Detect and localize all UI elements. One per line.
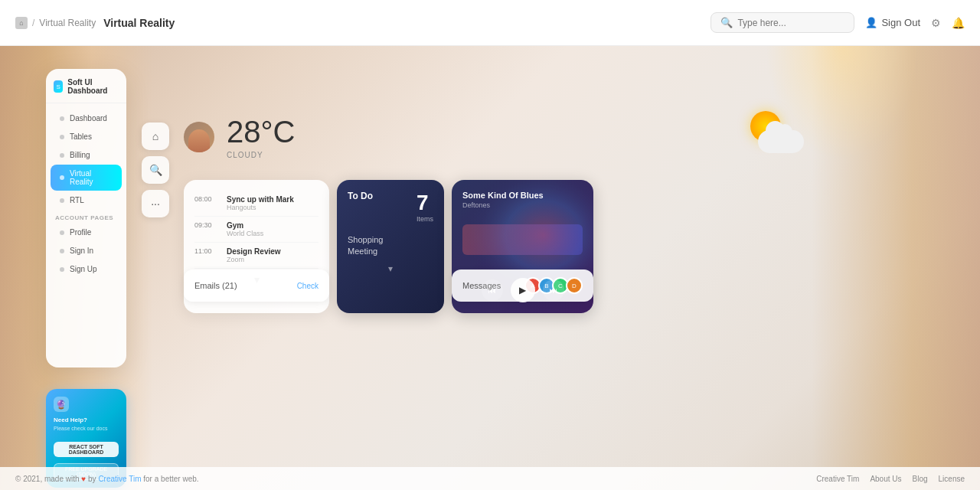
main-area: S Soft UI Dashboard Dashboard Tables Bil…: [0, 46, 980, 490]
todo-item-meeting: Meeting: [348, 247, 433, 256]
avatar: [184, 122, 214, 152]
nav-dot: [60, 175, 64, 180]
sidebar-nav-item-tables[interactable]: Tables: [51, 128, 122, 145]
footer-by: by: [88, 475, 96, 483]
sidebar-nav-item-virtual-reality[interactable]: Virtual Reality: [51, 165, 122, 191]
sidebar-logo: S Soft UI Dashboard: [46, 78, 126, 103]
nav-dot: [60, 116, 64, 121]
schedule-subtitle: Zoom: [227, 256, 281, 263]
promo-icon: 🔮: [54, 397, 69, 412]
nav-dot: [60, 230, 64, 235]
gear-icon[interactable]: ⚙: [931, 17, 941, 29]
sidebar-item-label: Sign Up: [70, 265, 97, 273]
footer-copyright: © 2021, made with ♥ by Creative Tim for …: [15, 475, 199, 483]
schedule-item-2: 09:30 Gym World Class: [194, 217, 318, 243]
footer-suffix: for a better web.: [143, 475, 198, 483]
promo-subtitle: Please check our docs: [54, 425, 119, 432]
weather-description: CLOUDY: [227, 151, 295, 159]
sidebar-item-label: Sign In: [70, 247, 93, 255]
footer-link-blog[interactable]: Blog: [913, 475, 928, 483]
nav-dot: [60, 249, 64, 253]
search-box[interactable]: 🔍: [710, 12, 854, 33]
more-action-button[interactable]: ···: [142, 190, 169, 217]
search-icon: 🔍: [720, 17, 733, 28]
weather-temperature: 28°C: [227, 115, 295, 149]
todo-items: Shopping Meeting: [348, 235, 433, 256]
cloud-icon: [758, 130, 804, 153]
schedule-info: Design Review Zoom: [227, 247, 281, 263]
todo-item-shopping: Shopping: [348, 235, 433, 244]
footer-copyright-text: © 2021, made with: [15, 475, 80, 483]
sidebar-item-label: RTL: [70, 196, 84, 204]
schedule-time: 09:30: [194, 221, 219, 229]
nav-dot: [60, 135, 64, 139]
navbar-right: 🔍 👤 Sign Out ⚙ 🔔: [710, 12, 965, 33]
sidebar-item-label: Dashboard: [70, 114, 107, 122]
music-card-content: Some Kind Of Blues Deftones ⏮ ▶ ⏭: [462, 191, 583, 302]
schedule-title: Sync up with Mark: [227, 195, 294, 204]
schedule-subtitle: Hangouts: [227, 204, 294, 211]
schedule-time: 08:00: [194, 195, 219, 203]
footer: © 2021, made with ♥ by Creative Tim for …: [0, 467, 980, 490]
music-controls: ⏮ ▶ ⏭: [462, 278, 583, 302]
footer-link-about-us[interactable]: About Us: [870, 475, 901, 483]
heart-icon: ♥: [81, 475, 88, 483]
footer-links: Creative Tim About Us Blog License: [816, 475, 965, 483]
sign-out-button[interactable]: 👤 Sign Out: [865, 17, 920, 28]
weather-icon-area: [743, 107, 804, 153]
quick-actions: ⌂ 🔍 ···: [142, 122, 169, 217]
nav-dot: [60, 198, 64, 203]
music-card: Some Kind Of Blues Deftones ⏮ ▶ ⏭: [452, 180, 593, 313]
footer-link-creative-tim[interactable]: Creative Tim: [816, 475, 859, 483]
music-prev-button[interactable]: ⏮: [482, 279, 503, 301]
sidebar-nav-item-dashboard[interactable]: Dashboard: [51, 109, 122, 127]
footer-author[interactable]: Creative Tim: [98, 475, 141, 483]
music-play-button[interactable]: ▶: [511, 278, 535, 302]
avatar-figure: [188, 129, 210, 152]
promo-btn-1[interactable]: REACT SOFT DASHBOARD: [54, 442, 119, 457]
sidebar-item-label: Profile: [70, 228, 91, 237]
logo-text: Soft UI Dashboard: [67, 78, 119, 95]
logo-icon: S: [54, 80, 63, 93]
search-action-button[interactable]: 🔍: [142, 156, 169, 184]
sidebar-account-item-profile[interactable]: Profile: [51, 224, 122, 241]
breadcrumb-text: Virtual Reality: [39, 18, 96, 28]
music-artist: Deftones: [462, 201, 583, 209]
sign-out-label: Sign Out: [881, 17, 920, 28]
breadcrumb-separator: /: [32, 18, 34, 28]
schedule-info: Sync up with Mark Hangouts: [227, 195, 294, 211]
todo-count-label: Items: [416, 215, 433, 223]
account-section-label: ACCOUNT PAGES: [46, 210, 126, 223]
sidebar-nav-item-billing[interactable]: Billing: [51, 146, 122, 164]
sidebar-account-item-signup[interactable]: Sign Up: [51, 260, 122, 278]
home-icon: ⌂: [15, 17, 28, 29]
page-title: Virtual Reality: [103, 17, 175, 29]
schedule-info: Gym World Class: [227, 221, 263, 237]
search-input[interactable]: [737, 18, 844, 28]
schedule-item-3: 11:00 Design Review Zoom: [194, 243, 318, 269]
schedule-title: Gym: [227, 221, 263, 230]
navbar-left: ⌂ / Virtual Reality Virtual Reality: [15, 16, 710, 29]
weather-info: 28°C CLOUDY: [227, 115, 295, 159]
music-next-button[interactable]: ⏭: [543, 279, 564, 301]
sidebar-nav-item-rtl[interactable]: RTL: [51, 191, 122, 209]
emails-label: Emails (21): [194, 281, 237, 290]
emails-section: Emails (21) Check: [184, 270, 329, 302]
sidebar-item-label: Virtual Reality: [70, 169, 113, 186]
footer-link-license[interactable]: License: [939, 475, 965, 483]
music-title: Some Kind Of Blues: [462, 191, 583, 200]
promo-title: Need Help?: [54, 416, 119, 423]
sidebar-account-item-signin[interactable]: Sign In: [51, 242, 122, 260]
nav-dot: [60, 153, 64, 158]
weather-section: 28°C CLOUDY: [184, 115, 295, 159]
schedule-subtitle: World Class: [227, 230, 263, 237]
navbar: ⌂ / Virtual Reality Virtual Reality 🔍 👤 …: [0, 0, 980, 46]
bell-icon[interactable]: 🔔: [952, 17, 965, 29]
sidebar-item-label: Tables: [70, 132, 92, 141]
user-icon: 👤: [865, 17, 877, 28]
todo-title: To Do: [348, 191, 373, 201]
emails-check-button[interactable]: Check: [297, 282, 318, 290]
sun-cloud-icon: [743, 107, 804, 153]
home-action-button[interactable]: ⌂: [142, 122, 169, 150]
nav-dot: [60, 267, 64, 272]
